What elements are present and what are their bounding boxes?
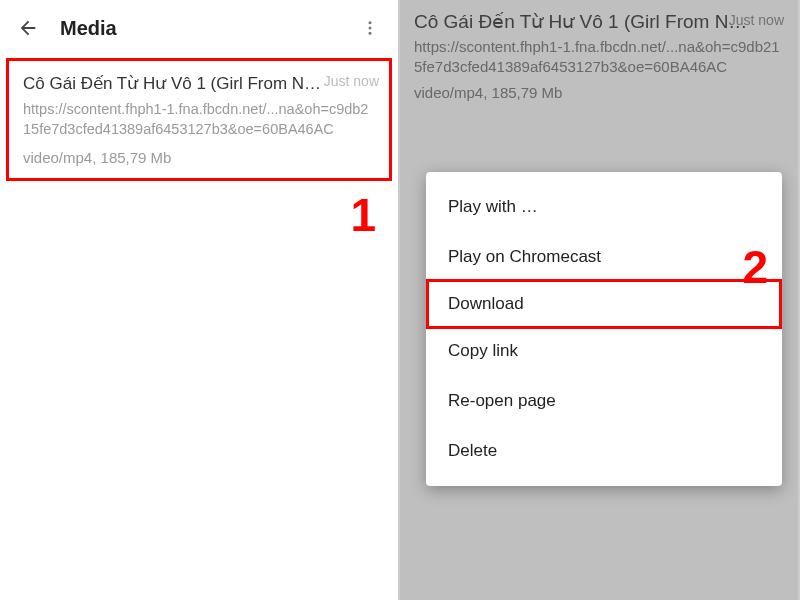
page-title: Media bbox=[60, 17, 350, 40]
context-menu-screen: Cô Gái Đến Từ Hư Vô 1 (Girl From N… Just… bbox=[400, 0, 800, 600]
menu-play-with[interactable]: Play with … bbox=[426, 182, 782, 232]
more-icon[interactable] bbox=[350, 8, 390, 48]
annotation-step-1: 1 bbox=[350, 188, 376, 242]
media-timestamp: Just now bbox=[324, 73, 379, 89]
menu-copy-link[interactable]: Copy link bbox=[426, 326, 782, 376]
media-item[interactable]: Cô Gái Đến Từ Hư Vô 1 (Girl From N… Just… bbox=[6, 58, 392, 181]
menu-reopen-page[interactable]: Re-open page bbox=[426, 376, 782, 426]
context-menu: Play with … Play on Chromecast Download … bbox=[426, 172, 782, 486]
media-list-screen: Media Cô Gái Đến Từ Hư Vô 1 (Girl From N… bbox=[0, 0, 400, 600]
app-header: Media bbox=[0, 0, 398, 56]
media-url: https://scontent.fhph1-1.fna.fbcdn.net/.… bbox=[23, 100, 375, 139]
menu-download[interactable]: Download bbox=[426, 279, 782, 329]
svg-point-1 bbox=[369, 27, 372, 30]
menu-delete[interactable]: Delete bbox=[426, 426, 782, 476]
svg-point-0 bbox=[369, 21, 372, 24]
menu-play-chromecast[interactable]: Play on Chromecast bbox=[426, 232, 782, 282]
svg-point-2 bbox=[369, 32, 372, 35]
annotation-step-2: 2 bbox=[742, 240, 768, 294]
media-meta: video/mp4, 185,79 Mb bbox=[23, 149, 375, 166]
media-title: Cô Gái Đến Từ Hư Vô 1 (Girl From N… bbox=[23, 74, 321, 93]
back-icon[interactable] bbox=[8, 8, 48, 48]
